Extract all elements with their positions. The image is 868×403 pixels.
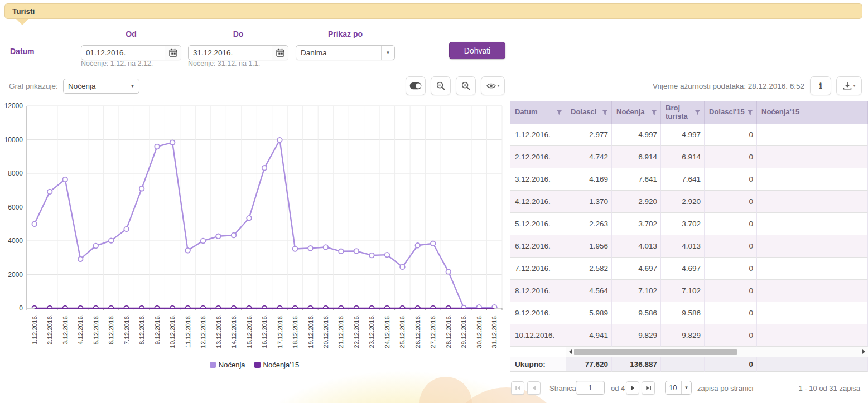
series-visibility-button[interactable]: ▾	[481, 76, 505, 95]
filter-icon[interactable]	[651, 110, 657, 115]
svg-text:1.12.2016.: 1.12.2016.	[31, 314, 38, 344]
filter-icon[interactable]	[602, 110, 608, 115]
scroll-right-icon[interactable]	[862, 349, 865, 354]
svg-text:13.12.2016.: 13.12.2016.	[215, 314, 222, 348]
page-count-label: od 4	[611, 384, 625, 392]
svg-text:25.12.2016.: 25.12.2016.	[399, 314, 406, 348]
column-label: Broj turista	[666, 104, 695, 121]
scroll-left-icon[interactable]	[569, 349, 572, 354]
cell-value: 7.102	[612, 280, 661, 302]
table-row[interactable]: 6.12.2016.1.9564.0134.0130	[510, 235, 868, 258]
decor-blob-yellow	[251, 370, 552, 403]
column-header-broj-turista[interactable]: Broj turista	[661, 101, 705, 124]
filter-icon[interactable]	[556, 110, 562, 115]
cell-value: 0	[705, 213, 757, 235]
cell-value: 9.829	[612, 324, 661, 347]
chart-toggle-button[interactable]	[406, 76, 426, 95]
total-value: 77.620	[566, 357, 612, 372]
column-header-no-enja[interactable]: Noćenja	[612, 101, 661, 124]
column-label: Datum	[515, 108, 537, 116]
page-number-input[interactable]	[576, 381, 605, 395]
cell-value: 4.697	[661, 258, 705, 280]
svg-text:20.12.2016.: 20.12.2016.	[322, 314, 329, 348]
column-label: Noćenja	[616, 108, 645, 116]
table-row[interactable]: 8.12.2016.4.5647.1027.1020	[510, 280, 868, 302]
cell-value: 4.997	[661, 124, 705, 146]
zoom-in-button[interactable]	[456, 76, 476, 95]
filter-icon[interactable]	[747, 110, 753, 115]
cell-value	[757, 191, 868, 213]
table-row[interactable]: 9.12.2016.5.9899.5869.5860	[510, 302, 868, 324]
cell-value: 2.920	[612, 191, 661, 213]
last-page-button[interactable]	[642, 381, 655, 395]
svg-text:23.12.2016.: 23.12.2016.	[368, 314, 375, 348]
cell-value: 3.702	[661, 213, 705, 235]
first-page-icon	[515, 385, 521, 391]
prikaz-po-value: Danima	[296, 46, 382, 60]
column-header-datum[interactable]: Datum	[510, 101, 566, 124]
prikaz-po-label: Prikaz po	[296, 30, 395, 38]
download-icon	[843, 82, 852, 90]
filter-icon[interactable]	[695, 110, 701, 115]
page-size-select[interactable]: 10 ▼	[665, 381, 692, 395]
date-from-box	[81, 45, 181, 60]
table-row[interactable]: 7.12.2016.2.5824.6974.6970	[510, 258, 868, 280]
prikaz-po-select[interactable]: Danima ▼	[296, 45, 395, 60]
zoom-out-button[interactable]	[431, 76, 451, 95]
table-row[interactable]: 3.12.2016.4.1697.6417.6410	[510, 168, 868, 191]
cell-value	[757, 280, 868, 302]
cell-value	[757, 168, 868, 191]
cell-value: 2.263	[566, 213, 612, 235]
next-page-button[interactable]	[626, 381, 639, 395]
svg-text:30.12.2016.: 30.12.2016.	[476, 314, 483, 348]
line-chart[interactable]: 0200040006000800010000120001.12.2016.2.1…	[0, 102, 509, 368]
cell-value: 4.697	[612, 258, 661, 280]
svg-text:8.12.2016.: 8.12.2016.	[138, 314, 145, 344]
date-to-input[interactable]	[189, 46, 272, 60]
cell-value: 0	[705, 302, 757, 324]
date-from-hint: Noćenje: 1.12. na 2.12.	[81, 60, 153, 67]
cell-value: 2.582	[566, 258, 612, 280]
stranica-label: Stranica	[549, 384, 576, 392]
previous-page-button[interactable]	[527, 381, 541, 395]
table-row[interactable]: 2.12.2016.4.7426.9146.9140	[510, 146, 868, 168]
chart-legend: Noćenja Noćenja'15	[0, 361, 509, 369]
scrollbar-thumb[interactable]	[574, 349, 737, 355]
cell-date: 4.12.2016.	[510, 191, 566, 213]
svg-text:17.12.2016.: 17.12.2016.	[277, 314, 283, 348]
table-body: 1.12.2016.2.9774.9974.99702.12.2016.4.74…	[510, 124, 868, 347]
zoom-in-icon	[461, 81, 471, 91]
svg-text:16.12.2016.: 16.12.2016.	[261, 314, 268, 348]
graf-prikazuje-select[interactable]: Noćenja ▼	[63, 79, 139, 94]
dohvati-button[interactable]: Dohvati	[449, 42, 505, 59]
table-row[interactable]: 5.12.2016.2.2633.7023.7020	[510, 213, 868, 235]
tab-turisti[interactable]: Turisti	[5, 7, 35, 16]
cell-value	[757, 302, 868, 324]
horizontal-scrollbar[interactable]	[566, 347, 868, 357]
export-button[interactable]: ▾	[836, 76, 862, 95]
first-page-button[interactable]	[511, 381, 524, 395]
table-row[interactable]: 10.12.2016.4.9419.8299.8290	[510, 324, 868, 347]
cell-value: 5.989	[566, 302, 612, 324]
table-row[interactable]: 4.12.2016.1.3702.9202.9200	[510, 191, 868, 213]
column-header-no-enja-15[interactable]: Noćenja'15	[757, 101, 868, 124]
app: Turisti Od Do Prikaz po Datum Noćenje: 1…	[0, 0, 868, 403]
legend-label: Noćenja'15	[263, 361, 300, 369]
table-row[interactable]: 1.12.2016.2.9774.9974.9970	[510, 124, 868, 146]
column-header-dolasci[interactable]: Dolasci	[566, 101, 612, 124]
date-from-input[interactable]	[81, 46, 165, 60]
chevron-down-icon: ▼	[682, 381, 691, 394]
legend-item[interactable]: Noćenja	[210, 361, 245, 369]
info-button[interactable]: i	[810, 76, 831, 95]
next-page-icon	[630, 385, 636, 391]
do-label: Do	[188, 30, 288, 38]
calendar-icon[interactable]	[272, 46, 288, 60]
legend-item[interactable]: Noćenja'15	[254, 361, 300, 369]
svg-text:10000: 10000	[4, 136, 23, 144]
svg-text:24.12.2016.: 24.12.2016.	[384, 314, 390, 348]
svg-text:6.12.2016.: 6.12.2016.	[108, 314, 114, 344]
column-header-dolasci-15[interactable]: Dolasci'15	[705, 101, 757, 124]
total-label: Ukupno:	[510, 357, 566, 372]
page-size-label: zapisa po stranici	[697, 384, 753, 392]
calendar-icon[interactable]	[165, 46, 181, 60]
